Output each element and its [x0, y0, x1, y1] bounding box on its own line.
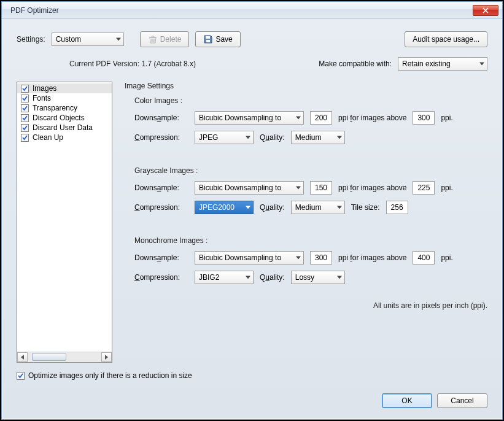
- downsample-label: Downsample:: [134, 114, 188, 122]
- sidebar-item-clean-up[interactable]: Clean Up: [17, 133, 112, 142]
- gray-downsample-dropdown[interactable]: Bicubic Downsampling to: [195, 181, 304, 195]
- color-ppi-input[interactable]: 200: [310, 111, 332, 125]
- mono-downsample-dropdown[interactable]: Bicubic Downsampling to: [195, 251, 304, 265]
- floppy-icon: [203, 34, 213, 44]
- sidebar-item-label: Images: [33, 84, 56, 93]
- compat-dropdown-value: Retain existing: [402, 60, 451, 68]
- sidebar-item-label: Fonts: [33, 94, 51, 102]
- checkbox-checked-icon[interactable]: [21, 124, 29, 132]
- image-settings-panel: Image Settings Color Images : Downsample…: [125, 82, 487, 363]
- color-quality-dropdown[interactable]: Medium: [291, 131, 345, 144]
- settings-dropdown-value: Custom: [56, 35, 81, 44]
- sidebar-item-label: Clean Up: [33, 133, 63, 142]
- checkbox-checked-icon[interactable]: [21, 104, 29, 112]
- sidebar-item-discard-user-data[interactable]: Discard User Data: [17, 123, 112, 133]
- gray-quality-dropdown[interactable]: Medium: [291, 201, 345, 214]
- triangle-left-icon: [21, 355, 24, 360]
- color-downsample-dropdown[interactable]: Bicubic Downsampling to: [195, 111, 304, 125]
- grayscale-images-heading: Grayscale Images :: [134, 166, 487, 175]
- chevron-down-icon: [337, 136, 342, 139]
- triangle-right-icon: [105, 355, 108, 360]
- sidebar-item-discard-objects[interactable]: Discard Objects: [17, 113, 112, 123]
- sidebar-item-label: Discard User Data: [33, 123, 93, 132]
- color-images-heading: Color Images :: [134, 96, 487, 105]
- color-above-ppi-input[interactable]: 300: [413, 111, 435, 125]
- optimize-checkbox-label: Optimize images only if there is a reduc…: [28, 371, 192, 380]
- gray-compression-dropdown[interactable]: JPEG2000: [195, 201, 254, 214]
- sidebar-item-images[interactable]: Images: [17, 83, 112, 93]
- delete-button-label: Delete: [160, 35, 182, 44]
- ppi-suffix: ppi.: [441, 114, 452, 122]
- category-sidebar: Images Fonts Transparency Discard Object…: [17, 82, 112, 363]
- chevron-down-icon: [479, 63, 484, 66]
- ppi-for-label: ppi for images above: [338, 183, 406, 192]
- window-title: PDF Optimizer: [10, 6, 473, 15]
- chevron-down-icon: [296, 257, 301, 260]
- scroll-right-button[interactable]: [101, 352, 112, 362]
- gray-ppi-input[interactable]: 150: [310, 181, 332, 195]
- compat-label: Make compatible with:: [319, 60, 392, 68]
- scroll-left-button[interactable]: [17, 352, 28, 362]
- quality-label: Quality:: [260, 133, 285, 142]
- ppi-suffix: ppi.: [441, 253, 452, 262]
- mono-quality-dropdown[interactable]: Lossy: [291, 271, 345, 284]
- mono-above-ppi-input[interactable]: 400: [413, 251, 435, 265]
- ppi-for-label: ppi for images above: [338, 253, 406, 262]
- ppi-suffix: ppi.: [441, 183, 452, 192]
- optimize-checkbox[interactable]: [17, 372, 25, 380]
- scroll-thumb[interactable]: [32, 353, 66, 361]
- pdf-optimizer-dialog: PDF Optimizer Settings: Custom Delete Sa…: [1, 1, 503, 420]
- chevron-down-icon: [246, 206, 250, 209]
- quality-label: Quality:: [260, 203, 285, 212]
- scroll-track[interactable]: [28, 352, 101, 362]
- chevron-down-icon: [337, 206, 342, 209]
- settings-dropdown[interactable]: Custom: [52, 33, 124, 46]
- ppi-for-label: ppi for images above: [338, 114, 406, 122]
- chevron-down-icon: [296, 187, 301, 190]
- units-note: All units are in pixels per inch (ppi).: [125, 301, 487, 310]
- gray-tilesize-input[interactable]: 256: [386, 201, 408, 214]
- audit-button-label: Audit space usage...: [413, 35, 479, 44]
- sidebar-item-label: Transparency: [33, 104, 77, 112]
- checkbox-checked-icon[interactable]: [21, 85, 29, 93]
- mono-ppi-input[interactable]: 300: [310, 251, 332, 265]
- chevron-down-icon: [246, 136, 250, 139]
- gray-above-ppi-input[interactable]: 225: [413, 181, 435, 195]
- chevron-down-icon: [296, 117, 301, 120]
- checkbox-checked-icon[interactable]: [21, 95, 29, 102]
- quality-label: Quality:: [260, 273, 285, 282]
- save-button-label: Save: [215, 35, 232, 44]
- sidebar-item-label: Discard Objects: [33, 114, 85, 122]
- settings-label: Settings:: [17, 35, 45, 44]
- sidebar-item-transparency[interactable]: Transparency: [17, 103, 112, 113]
- panel-title: Image Settings: [125, 82, 487, 90]
- monochrome-images-heading: Monochrome Images :: [134, 236, 487, 245]
- color-compression-dropdown[interactable]: JPEG: [195, 131, 254, 144]
- compression-label: Compression:: [134, 273, 188, 282]
- chevron-down-icon: [116, 38, 121, 41]
- titlebar: PDF Optimizer: [2, 2, 502, 19]
- svg-rect-1: [206, 40, 210, 42]
- close-button[interactable]: [473, 5, 498, 16]
- downsample-label: Downsample:: [134, 183, 188, 192]
- ok-button[interactable]: OK: [382, 393, 432, 408]
- current-version-label: Current PDF Version: 1.7 (Acrobat 8.x): [69, 60, 196, 68]
- delete-button: Delete: [140, 31, 190, 47]
- chevron-down-icon: [246, 276, 250, 279]
- compression-label: Compression:: [134, 133, 188, 142]
- trash-icon: [148, 34, 158, 44]
- checkbox-checked-icon[interactable]: [21, 134, 29, 142]
- sidebar-horizontal-scrollbar[interactable]: [17, 352, 112, 362]
- compression-label: Compression:: [134, 203, 188, 212]
- downsample-label: Downsample:: [134, 253, 188, 262]
- audit-space-usage-button[interactable]: Audit space usage...: [405, 31, 487, 47]
- compat-dropdown[interactable]: Retain existing: [398, 57, 487, 71]
- checkbox-checked-icon[interactable]: [21, 114, 29, 122]
- save-button[interactable]: Save: [195, 31, 240, 47]
- close-icon: [483, 7, 489, 14]
- cancel-button[interactable]: Cancel: [437, 393, 487, 408]
- chevron-down-icon: [337, 276, 342, 279]
- svg-rect-0: [206, 36, 210, 39]
- sidebar-item-fonts[interactable]: Fonts: [17, 93, 112, 103]
- mono-compression-dropdown[interactable]: JBIG2: [195, 271, 254, 284]
